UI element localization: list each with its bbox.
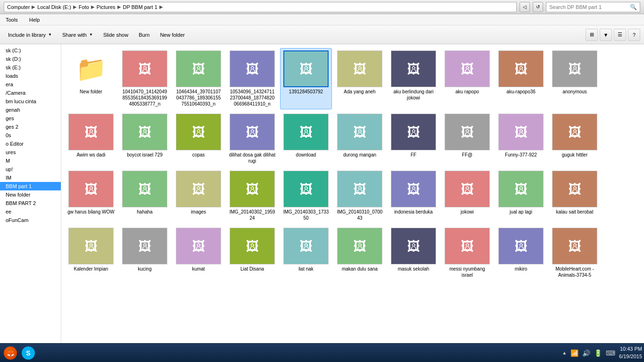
list-item[interactable]: 🖼 makan dulu sana <box>334 225 386 280</box>
slide-show-button[interactable]: Slide show <box>99 28 132 41</box>
path-arrow-2: ▶ <box>73 4 77 9</box>
sidebar-item-disk-c[interactable]: sk (C:) <box>0 46 61 55</box>
list-item[interactable]: 🖼 kucing <box>119 225 171 280</box>
sidebar-item-disk-d[interactable]: sk (D:) <box>0 55 61 63</box>
list-item[interactable]: 🖼 aku-rapopo36 <box>495 48 547 109</box>
sidebar-item-camera[interactable]: /Camera <box>0 89 61 97</box>
burn-button[interactable]: Burn <box>134 28 154 41</box>
sidebar-item-bbm-lucu[interactable]: bm lucu cinta <box>0 97 61 106</box>
list-item[interactable]: 🖼 Awim ws dadi <box>65 111 117 166</box>
list-item[interactable]: 🖼 download <box>280 111 332 166</box>
file-thumb: 🖼 <box>283 228 329 264</box>
sidebar-item-0s[interactable]: 0s <box>0 131 61 140</box>
list-item[interactable]: 🖼 Funny-377-922 <box>495 111 547 166</box>
sidebar-item-new-folder[interactable]: New folder <box>0 190 61 199</box>
list-item[interactable]: 🖼 messi nyumbang israel <box>441 225 493 280</box>
list-item[interactable]: 🖼 guguk hittler <box>549 111 601 166</box>
file-thumb: 🖼 <box>337 228 382 264</box>
sidebar-item-era[interactable]: era <box>0 80 61 89</box>
list-item[interactable]: 🖼 kumat <box>173 225 224 280</box>
menu-help[interactable]: Help <box>27 16 42 24</box>
list-item[interactable]: 🖼 IMG_20140302_195924 <box>226 168 278 223</box>
sidebar-item-bbm-part2[interactable]: BBM PART 2 <box>0 199 61 207</box>
burn-label: Burn <box>139 32 149 38</box>
list-item[interactable]: 🖼 10534096_1432471123700448_187748200669… <box>226 48 278 109</box>
sidebar-item-disk-e[interactable]: sk (E:) <box>0 63 61 72</box>
sidebar-item-ures[interactable]: ures <box>0 148 61 156</box>
list-item[interactable]: 🖼 durong mangan <box>334 111 386 166</box>
list-item[interactable]: 🖼 kalau sait berobat <box>549 168 601 223</box>
list-item[interactable]: 🖼 IMG_20140303_173350 <box>280 168 332 223</box>
taskbar-clock[interactable]: 10:43 PM 6/19/2015 <box>619 346 642 360</box>
list-item[interactable]: 🖼 FF@ <box>441 111 493 166</box>
address-bar[interactable]: Computer ▶ Local Disk (E:) ▶ Foto ▶ Pict… <box>4 2 517 12</box>
file-name-label: 10410470_1414204985535618435369199480533… <box>121 89 168 107</box>
nav-back-button[interactable]: ◁ <box>520 2 530 12</box>
list-item[interactable]: 🖼 copas <box>173 111 224 166</box>
sidebar-item-loads[interactable]: loads <box>0 72 61 80</box>
list-item[interactable]: 🖼 indonesia berduka <box>388 168 439 223</box>
list-item[interactable]: 🖼 10464344_397011070437786_1893061557551… <box>173 48 224 109</box>
file-thumb: 🖼 <box>498 114 544 150</box>
list-item[interactable]: 🖼 images <box>173 168 224 223</box>
path-arrow-5: ▶ <box>159 4 163 9</box>
list-item[interactable]: 🖼 1391284503792 <box>280 48 332 109</box>
file-thumb: 🖼 <box>68 114 114 150</box>
list-item[interactable]: 🖼 MobileHeart.com -Animals-3734-5 <box>549 225 601 280</box>
file-name-label: guguk hittler <box>562 152 587 158</box>
list-item[interactable]: 🖼 FF <box>388 111 439 166</box>
list-item[interactable]: 🖼 liat nak <box>280 225 332 280</box>
list-item[interactable]: 🖼 aku berlindung dari jokowi <box>388 48 439 109</box>
list-item[interactable]: 📁 New folder <box>65 48 117 109</box>
view-help-button[interactable]: ? <box>628 29 640 41</box>
list-item[interactable]: 🖼 jokowi <box>441 168 493 223</box>
sidebar-item-ee[interactable]: ee <box>0 207 61 216</box>
sidebar-item-bbm-part1[interactable]: BBM part 1 <box>0 182 61 190</box>
search-box[interactable]: 🔍 <box>546 2 640 12</box>
list-item[interactable]: 🖼 Kalender Impian <box>65 225 117 280</box>
sidebar-item-funcam[interactable]: oFunCam <box>0 216 61 224</box>
list-item[interactable]: 🖼 boycot israel 729 <box>119 111 171 166</box>
list-item[interactable]: 🖼 dilihat dosa gak dilihat rugi <box>226 111 278 166</box>
slide-show-label: Slide show <box>103 32 128 38</box>
sidebar-item-up[interactable]: up! <box>0 165 61 173</box>
include-library-button[interactable]: Include in library ▼ <box>4 28 56 41</box>
search-input[interactable] <box>549 4 630 10</box>
view-large-icons-button[interactable]: ⊞ <box>586 29 598 41</box>
tray-expand-icon[interactable]: ▲ <box>562 350 567 355</box>
menu-tools[interactable]: Tools <box>4 16 20 24</box>
file-content-area[interactable]: 📁 New folder 🖼 10410470_1414204985535618… <box>61 44 644 343</box>
path-disk-e: Local Disk (E:) <box>37 4 71 10</box>
file-name-label: boycot israel 729 <box>127 152 163 158</box>
list-item[interactable]: 🖼 gw harus bilang WOW <box>65 168 117 223</box>
taskbar-skype-button[interactable]: S <box>20 346 37 361</box>
sidebar-item-m[interactable]: M <box>0 156 61 165</box>
list-item[interactable]: 🖼 hahaha <box>119 168 171 223</box>
list-item[interactable]: 🖼 Ada yang aneh <box>334 48 386 109</box>
list-item[interactable]: 🖼 masuk sekolah <box>388 225 439 280</box>
taskbar-firefox-button[interactable]: 🦊 <box>2 346 19 361</box>
list-item[interactable]: 🖼 anonymous <box>549 48 601 109</box>
list-item[interactable]: 🖼 aku rapopo <box>441 48 493 109</box>
file-thumb: 🖼 <box>552 171 597 207</box>
list-item[interactable]: 🖼 mikiro <box>495 225 547 280</box>
share-with-button[interactable]: Share with ▼ <box>58 28 97 41</box>
sidebar-item-im[interactable]: IM <box>0 173 61 182</box>
list-item[interactable]: 🖼 Liat Disana <box>226 225 278 280</box>
nav-refresh-button[interactable]: ↺ <box>533 2 543 12</box>
sidebar-item-ges[interactable]: ges <box>0 114 61 123</box>
file-thumb: 🖼 <box>552 114 597 150</box>
file-name-label: masuk sekolah <box>398 266 429 272</box>
list-item[interactable]: 🖼 10410470_14142049855356184353691994805… <box>119 48 171 109</box>
file-thumb: 🖼 <box>122 50 167 87</box>
view-details-button[interactable]: ☰ <box>614 29 626 41</box>
sidebar-item-genah[interactable]: genah <box>0 106 61 114</box>
list-item[interactable]: 🖼 jual ap lagi <box>495 168 547 223</box>
sidebar-item-ges2[interactable]: ges 2 <box>0 123 61 131</box>
path-pictures: Pictures <box>97 4 116 10</box>
new-folder-button[interactable]: New folder <box>156 28 189 41</box>
sidebar-item-editor[interactable]: o Editor <box>0 140 61 148</box>
view-dropdown-button[interactable]: ▼ <box>600 29 612 41</box>
list-item[interactable]: 🖼 IMG_20140310_070043 <box>334 168 386 223</box>
path-dp-bbm: DP BBM part 1 <box>123 4 157 10</box>
